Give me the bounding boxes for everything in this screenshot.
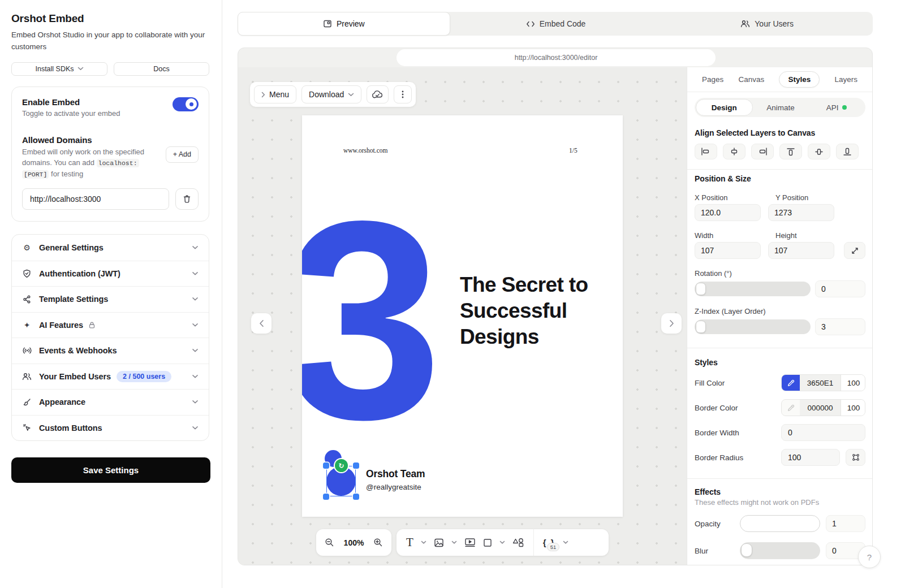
accordion-authentication[interactable]: Authentication (JWT) [12, 261, 209, 287]
canvas-site-text: www.orshot.com [343, 147, 387, 154]
rotation-label: Rotation (°) [695, 269, 732, 278]
opacity-input[interactable] [826, 515, 865, 532]
border-hex-input[interactable] [800, 400, 841, 416]
panel-tab-pages[interactable]: Pages [702, 75, 723, 84]
accordion-template-settings[interactable]: Template Settings [12, 286, 209, 312]
install-sdks-button[interactable]: Install SDKs [11, 62, 107, 76]
zindex-slider[interactable] [695, 319, 811, 334]
height-label: Height [775, 231, 849, 240]
cloud-check-icon [372, 90, 383, 99]
accordion-your-embed-users[interactable]: Your Embed Users 2 / 500 users [12, 364, 209, 390]
delete-domain-button[interactable] [175, 188, 199, 210]
border-eyedropper-button[interactable] [782, 400, 800, 416]
align-left-button[interactable] [695, 144, 717, 159]
zindex-input[interactable] [815, 318, 865, 335]
next-page-button[interactable] [661, 313, 682, 334]
rotate-handle[interactable]: ↻ [335, 459, 348, 472]
url-row: http://localhost:3000/editor [238, 48, 872, 67]
resize-handle-bottom-left[interactable] [323, 494, 329, 500]
domain-input[interactable] [22, 188, 169, 210]
canvas-headline: The Secret to Successful Designs [460, 272, 588, 350]
align-right-button[interactable] [751, 144, 774, 159]
border-radius-label: Border Radius [695, 453, 743, 462]
accordion-label: Custom Buttons [39, 423, 102, 433]
more-options-button[interactable] [394, 85, 412, 103]
lock-aspect-ratio-button[interactable] [844, 242, 865, 259]
elements-tool-button[interactable] [512, 538, 524, 547]
menu-button[interactable]: Menu [254, 85, 296, 103]
image-tool-button[interactable] [434, 538, 444, 548]
embed-workspace: Preview Embed Code Your Users http://loc… [238, 0, 873, 588]
text-tool-button[interactable]: T [406, 537, 413, 548]
align-center-horizontal-button[interactable] [723, 144, 745, 159]
tab-preview-label: Preview [337, 19, 365, 28]
subtab-animate[interactable]: Animate [753, 99, 809, 116]
chevron-down-icon[interactable] [499, 541, 505, 544]
download-button[interactable]: Download [301, 85, 361, 103]
code-icon [526, 20, 535, 28]
help-button[interactable]: ? [858, 546, 881, 568]
border-color-group [781, 399, 865, 416]
fill-eyedropper-button[interactable] [782, 375, 800, 391]
opacity-slider[interactable] [740, 515, 820, 532]
zoom-level[interactable]: 100% [344, 538, 364, 547]
panel-tab-canvas[interactable]: Canvas [738, 75, 764, 84]
zindex-slider-knob[interactable] [696, 321, 706, 333]
fill-hex-input[interactable] [800, 375, 841, 391]
chevron-right-icon [669, 319, 674, 327]
chevron-down-icon[interactable] [451, 541, 457, 544]
chevron-down-icon[interactable] [563, 541, 568, 544]
rotation-slider[interactable] [695, 282, 811, 296]
panel-tab-styles[interactable]: Styles [779, 71, 820, 88]
add-domain-button[interactable]: + Add [166, 146, 199, 163]
shape-tool-button[interactable] [483, 538, 492, 547]
video-tool-button[interactable] [464, 538, 476, 547]
x-position-input[interactable] [695, 204, 761, 221]
accordion-appearance[interactable]: Appearance [12, 389, 209, 415]
blur-slider[interactable] [740, 542, 820, 559]
rotation-input[interactable] [815, 280, 865, 297]
subtab-design[interactable]: Design [696, 99, 753, 116]
tab-preview[interactable]: Preview [238, 12, 450, 36]
chevron-down-icon[interactable] [421, 541, 426, 544]
zoom-out-button[interactable] [325, 538, 334, 547]
border-opacity-input[interactable] [841, 400, 865, 416]
save-settings-button[interactable]: Save Settings [11, 457, 210, 483]
panel-body: Design Animate API Align Selected Layers… [687, 92, 872, 559]
y-position-input[interactable] [768, 204, 834, 221]
rotation-slider-knob[interactable] [696, 283, 706, 295]
enable-embed-toggle[interactable] [173, 97, 199, 111]
align-bottom-button[interactable] [836, 144, 859, 159]
resize-handle-top-right[interactable] [353, 462, 359, 469]
border-radius-input[interactable] [781, 449, 840, 466]
tab-your-users[interactable]: Your Users [661, 12, 873, 36]
zoom-in-button[interactable] [373, 538, 383, 547]
accordion-custom-buttons[interactable]: Custom Buttons [12, 415, 209, 441]
sync-status-button[interactable] [367, 85, 389, 103]
accordion-ai-features[interactable]: ✦ AI Features [12, 312, 209, 338]
align-center-vertical-icon [815, 148, 823, 156]
accordion-events-webhooks[interactable]: Events & Webhooks [12, 338, 209, 364]
fill-opacity-input[interactable] [841, 375, 865, 391]
variables-tool-button[interactable]: { }51 [543, 538, 555, 547]
blur-slider-knob[interactable] [741, 543, 752, 557]
canvas-team-name: Orshot Team [366, 468, 425, 480]
chevron-left-icon [259, 319, 264, 327]
corner-radius-button[interactable] [846, 449, 865, 466]
align-center-vertical-button[interactable] [808, 144, 830, 159]
resize-handle-bottom-right[interactable] [353, 494, 359, 500]
chevron-down-icon [192, 348, 199, 353]
panel-tab-layers[interactable]: Layers [834, 75, 857, 84]
border-width-input[interactable] [781, 424, 865, 441]
resize-handle-top-left[interactable] [323, 462, 329, 469]
accordion-label: Events & Webhooks [39, 346, 117, 355]
tab-embed-code[interactable]: Embed Code [450, 12, 662, 36]
align-top-button[interactable] [779, 144, 802, 159]
subtab-api[interactable]: API [808, 99, 864, 116]
design-canvas-page[interactable]: www.orshot.com 1/5 3 The Secret to Succe… [302, 115, 623, 517]
width-input[interactable] [695, 242, 761, 259]
previous-page-button[interactable] [251, 313, 272, 334]
accordion-general-settings[interactable]: ⚙ General Settings [12, 235, 209, 261]
docs-button[interactable]: Docs [114, 62, 209, 76]
height-input[interactable] [768, 242, 834, 259]
